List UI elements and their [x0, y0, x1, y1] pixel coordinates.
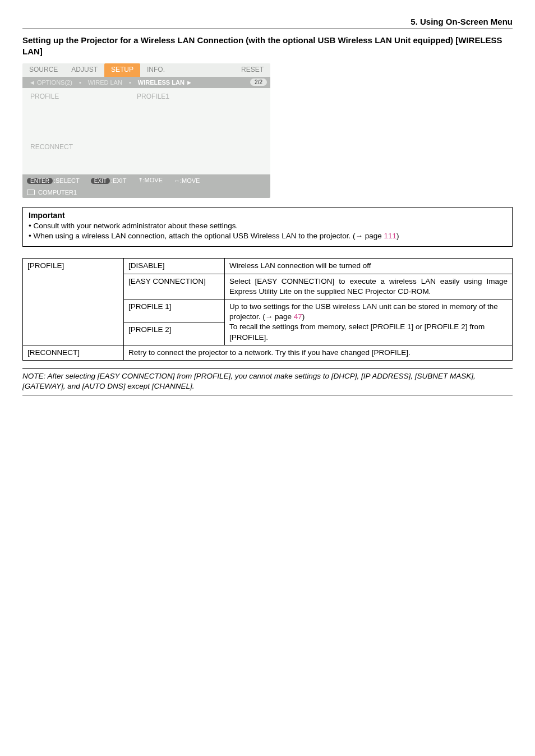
- osd-subtabs: ◄ OPTIONS(2) • WIRED LAN • WIRELESS LAN …: [22, 77, 270, 88]
- important-item-2b: ): [396, 232, 399, 240]
- osd-footer-enter: ENTER:SELECT: [27, 177, 80, 184]
- cell-disable: [DISABLE]: [124, 259, 225, 274]
- osd-profile-label: PROFILE: [30, 93, 137, 100]
- osd-body: PROFILE PROFILE1 RECONNECT: [22, 88, 270, 174]
- cell-profile2: [PROFILE 2]: [124, 322, 225, 345]
- tab-source: SOURCE: [22, 63, 64, 77]
- osd-exit-text: :EXIT: [111, 177, 127, 184]
- cell-easyconn: [EASY CONNECTION]: [124, 274, 225, 299]
- cell-profile-desc-a: Up to two settings for the USB wireless …: [229, 302, 498, 321]
- enter-pill-icon: ENTER: [27, 178, 53, 184]
- monitor-icon: [27, 190, 35, 195]
- cell-profile1: [PROFILE 1]: [124, 299, 225, 322]
- osd-profile-value: PROFILE1: [137, 93, 169, 100]
- cell-easyconn-desc: Select [EASY CONNECTION] to execute a wi…: [225, 274, 513, 299]
- exit-pill-icon: EXIT: [91, 178, 110, 184]
- link-page-47[interactable]: 47: [294, 312, 302, 321]
- osd-reconnect-label: RECONNECT: [30, 143, 73, 151]
- subtab-wired: WIRED LAN: [85, 79, 126, 86]
- tab-reset: RESET: [234, 63, 270, 77]
- important-link-111[interactable]: 111: [384, 232, 397, 240]
- subtab-options2: ◄ OPTIONS(2): [26, 79, 76, 86]
- subtab-wireless: WIRELESS LAN ►: [135, 79, 196, 86]
- osd-footer-exit: EXIT:EXIT: [91, 177, 127, 184]
- osd-footer: ENTER:SELECT EXIT:EXIT ⇡:MOVE ↔:MOVE: [22, 174, 270, 187]
- tab-setup: SETUP: [104, 63, 140, 77]
- section-header: 5. Using On-Screen Menu: [22, 17, 513, 29]
- cell-profile-desc: Up to two settings for the USB wireless …: [225, 299, 513, 345]
- osd-footer-move-horiz: ↔:MOVE: [174, 177, 200, 184]
- osd-bottom: COMPUTER1: [22, 187, 270, 198]
- important-item-2a: When using a wireless LAN connection, at…: [33, 232, 384, 240]
- table-row: [PROFILE] [DISABLE] Wireless LAN connect…: [23, 259, 513, 274]
- osd-screenshot: SOURCE ADJUST SETUP INFO. RESET ◄ OPTION…: [22, 63, 270, 198]
- important-box: Important Consult with your network admi…: [22, 207, 513, 247]
- osd-row-reconnect: RECONNECT: [30, 143, 262, 151]
- cell-profile: [PROFILE]: [23, 259, 124, 345]
- cell-reconnect: [RECONNECT]: [23, 345, 124, 360]
- table-row: [RECONNECT] Retry to connect the project…: [23, 345, 513, 360]
- osd-tabs: SOURCE ADJUST SETUP INFO. RESET: [22, 63, 270, 77]
- osd-enter-text: :SELECT: [54, 177, 80, 184]
- tab-adjust: ADJUST: [64, 63, 104, 77]
- osd-row-profile: PROFILE PROFILE1: [30, 93, 262, 100]
- important-item-1: Consult with your network administrator …: [29, 221, 506, 232]
- osd-footer-move-vert: ⇡:MOVE: [138, 177, 163, 184]
- subtab-sep1: •: [76, 79, 85, 86]
- important-title: Important: [29, 211, 506, 220]
- cell-reconnect-desc: Retry to connect the projector to a netw…: [124, 345, 513, 360]
- subtab-sep2: •: [126, 79, 135, 86]
- cell-disable-desc: Wireless LAN connection will be turned o…: [225, 259, 513, 274]
- settings-table: [PROFILE] [DISABLE] Wireless LAN connect…: [22, 258, 513, 361]
- osd-bottom-label: COMPUTER1: [38, 189, 77, 196]
- important-item-2: When using a wireless LAN connection, at…: [29, 231, 506, 242]
- subsection-title: Setting up the Projector for a Wireless …: [22, 35, 513, 58]
- note-text: NOTE: After selecting [EASY CONNECTION] …: [22, 368, 513, 395]
- tab-info: INFO.: [140, 63, 172, 77]
- subtab-pagecount: 2/2: [250, 79, 267, 86]
